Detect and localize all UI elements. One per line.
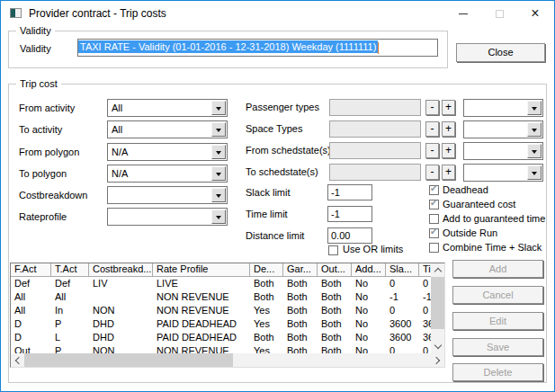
- remove-passenger-types-button[interactable]: -: [425, 100, 439, 115]
- action-edit-button[interactable]: Edit: [452, 312, 543, 330]
- column-header[interactable]: Add...: [352, 263, 386, 277]
- minimize-button[interactable]: [445, 1, 481, 26]
- dropdown-button[interactable]: [211, 122, 226, 137]
- field-to-schedstate-s: [329, 164, 421, 181]
- combo-passenger-types[interactable]: [463, 99, 543, 117]
- cell: -1: [386, 290, 419, 304]
- chevron-down-icon: [532, 129, 537, 135]
- close-button[interactable]: Close: [456, 43, 545, 62]
- cell: Both: [283, 331, 318, 344]
- combo-to-polygon[interactable]: N/A: [107, 165, 228, 183]
- dropdown-button[interactable]: [211, 209, 226, 224]
- cell: 0: [419, 344, 431, 353]
- title-bar: Provider contract - Trip costs ×: [1, 1, 554, 26]
- table-row[interactable]: DefDefLIVLIVEBothBothBothNo00: [11, 277, 431, 290]
- input-distance-limit[interactable]: [327, 227, 372, 244]
- dropdown-button[interactable]: [211, 188, 226, 202]
- cell: Both: [318, 277, 352, 290]
- dropdown-button[interactable]: [527, 144, 542, 158]
- table-row[interactable]: AllInNONNON REVENUEYesBothBothNo00: [11, 304, 431, 317]
- scroll-up-button[interactable]: [431, 263, 444, 277]
- dropdown-button[interactable]: [527, 101, 542, 115]
- cell: LIV: [89, 277, 153, 290]
- horizontal-scrollbar-thumb[interactable]: [24, 353, 233, 367]
- checkbox-outside-run[interactable]: ✔: [429, 228, 439, 238]
- chevron-down-icon: [216, 129, 221, 135]
- cell: Both: [250, 277, 283, 290]
- combo-costbreakdown[interactable]: [107, 186, 228, 204]
- checkbox-deadhead[interactable]: ✔: [429, 185, 439, 195]
- label-deadhead: Deadhead: [443, 183, 488, 197]
- column-header[interactable]: Rate Profile: [153, 263, 250, 277]
- dropdown-button[interactable]: [527, 165, 542, 180]
- combo-value: N/A: [112, 144, 210, 160]
- column-header[interactable]: Ti: [419, 263, 431, 277]
- scroll-down-button[interactable]: [431, 340, 444, 353]
- checkbox-add-to-guaranteed-time[interactable]: [429, 214, 439, 224]
- column-header[interactable]: Costbreakd...: [89, 263, 153, 277]
- close-icon: ×: [531, 6, 539, 21]
- column-header[interactable]: De...: [250, 263, 283, 277]
- close-window-button[interactable]: ×: [517, 1, 553, 26]
- validity-field[interactable]: TAXI RATE - Validity (01-01-2016 - 12-31…: [77, 39, 438, 57]
- remove-from-schedstate-s-button[interactable]: -: [425, 143, 439, 158]
- field-passenger-types: [329, 99, 421, 116]
- add-space-types-button[interactable]: +: [442, 121, 455, 137]
- action-cancel-button[interactable]: Cancel: [452, 286, 543, 304]
- input-time-limit[interactable]: [327, 206, 372, 222]
- combo-rateprofile[interactable]: [107, 208, 228, 226]
- cell: 0: [386, 304, 419, 317]
- cell: All: [11, 304, 51, 317]
- combo-from-activity[interactable]: All: [107, 99, 228, 117]
- label-costbreakdown: Costbreakdown: [19, 186, 87, 204]
- scroll-right-button[interactable]: [431, 353, 444, 367]
- action-add-button[interactable]: Add: [452, 260, 543, 278]
- add-passenger-types-button[interactable]: +: [442, 100, 455, 115]
- label-from-polygon: From polygon: [19, 143, 79, 161]
- column-header[interactable]: T.Act: [51, 263, 89, 277]
- maximize-button[interactable]: [481, 1, 517, 26]
- column-header[interactable]: Sla...: [386, 263, 419, 277]
- use-or-limits-checkbox[interactable]: [328, 245, 338, 255]
- cell: Def: [11, 277, 51, 290]
- dropdown-button[interactable]: [211, 101, 226, 115]
- label-guaranteed-cost: Guaranteed cost: [443, 198, 515, 211]
- add-to-schedstate-s-button[interactable]: +: [442, 165, 455, 180]
- combo-to-schedstate-s[interactable]: [463, 164, 543, 182]
- use-or-limits-label: Use OR limits: [343, 243, 403, 256]
- combo-value: [468, 165, 526, 181]
- combo-to-activity[interactable]: All: [107, 120, 228, 138]
- chevron-down-icon: [216, 173, 221, 179]
- cell: 0: [419, 304, 431, 317]
- checkbox-combine-time-slack[interactable]: [429, 243, 439, 253]
- dropdown-button[interactable]: [527, 122, 542, 137]
- trip-cost-table: F.ActT.ActCostbreakd...Rate ProfileDe...…: [10, 263, 445, 368]
- column-header[interactable]: F.Act: [11, 263, 51, 277]
- table-row[interactable]: OutPNONNON REVENUEYesBothBothNo00: [11, 344, 431, 353]
- combo-from-polygon[interactable]: N/A: [107, 143, 228, 161]
- horizontal-scrollbar[interactable]: [11, 353, 444, 367]
- cell: P: [51, 317, 89, 331]
- combo-space-types[interactable]: [463, 120, 543, 138]
- input-slack-limit[interactable]: [327, 184, 372, 200]
- vertical-scrollbar-thumb[interactable]: [431, 277, 444, 329]
- table-row[interactable]: DPDHDPAID DEADHEADYesBothBothNo36003600: [11, 317, 431, 331]
- checkbox-guaranteed-cost[interactable]: ✔: [429, 200, 439, 209]
- action-delete-button[interactable]: Delete: [452, 363, 543, 381]
- action-save-button[interactable]: Save: [452, 338, 543, 356]
- label-distance-limit: Distance limit: [246, 227, 304, 244]
- dropdown-button[interactable]: [211, 166, 226, 181]
- cell: All: [11, 290, 51, 304]
- dropdown-button[interactable]: [211, 145, 226, 159]
- add-from-schedstate-s-button[interactable]: +: [442, 143, 455, 158]
- vertical-scrollbar[interactable]: [431, 263, 444, 353]
- scroll-left-button[interactable]: [11, 353, 24, 367]
- remove-space-types-button[interactable]: -: [425, 121, 439, 137]
- validity-selected-text: TAXI RATE - Validity (01-01-2016 - 12-31…: [78, 40, 378, 53]
- column-header[interactable]: Gar...: [283, 263, 318, 277]
- table-row[interactable]: DLDHDPAID DEADHEADBothBothBothNo36003600: [11, 331, 431, 344]
- table-row[interactable]: AllAllNON REVENUEBothBothBothNo-1-1: [11, 290, 431, 304]
- column-header[interactable]: Out...: [318, 263, 352, 277]
- combo-from-schedstate-s[interactable]: [463, 142, 543, 160]
- remove-to-schedstate-s-button[interactable]: -: [425, 165, 439, 180]
